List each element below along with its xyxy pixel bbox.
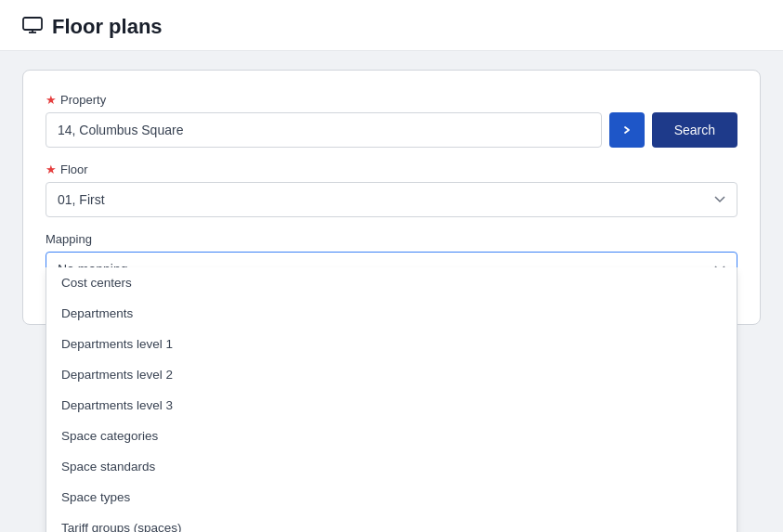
page-title: Floor plans [52,15,163,39]
dropdown-item-space-types[interactable]: Space types [46,482,737,513]
property-input[interactable] [46,112,602,148]
property-group: ★ Property Search [46,93,737,148]
dropdown-item-departments-level-1[interactable]: Departments level 1 [46,329,737,359]
dropdown-item-space-categories[interactable]: Space categories [46,421,737,451]
dropdown-item-departments-level-3[interactable]: Departments level 3 [46,390,737,421]
dropdown-item-departments[interactable]: Departments [46,298,737,329]
floor-select[interactable]: 01, First [46,182,737,217]
mapping-label-text: Mapping [46,232,92,246]
property-label: ★ Property [46,93,737,107]
property-label-text: Property [60,93,106,107]
floor-label-text: Floor [60,162,88,176]
mapping-label: Mapping [46,232,737,246]
form-card: ★ Property Search ★ Floor 01, First [22,70,761,325]
property-row: Search [46,112,737,148]
floor-label: ★ Floor [46,162,737,176]
search-button[interactable]: Search [652,112,737,148]
dropdown-item-tariff-groups[interactable]: Tariff groups (spaces) [46,513,737,532]
mapping-group: Mapping No mapping Cost centers Departme… [46,232,737,287]
dropdown-item-space-standards[interactable]: Space standards [46,451,737,482]
property-required-star: ★ [46,93,57,107]
property-arrow-button[interactable] [609,112,645,148]
page-header: Floor plans [0,0,783,51]
main-content: ★ Property Search ★ Floor 01, First [0,51,783,532]
floor-group: ★ Floor 01, First [46,162,737,217]
floor-required-star: ★ [46,162,57,176]
dropdown-item-departments-level-2[interactable]: Departments level 2 [46,359,737,390]
monitor-icon [22,17,43,37]
mapping-dropdown-list: Cost centers Departments Departments lev… [46,267,737,532]
svg-rect-0 [23,18,42,30]
dropdown-item-cost-centers[interactable]: Cost centers [46,267,737,298]
